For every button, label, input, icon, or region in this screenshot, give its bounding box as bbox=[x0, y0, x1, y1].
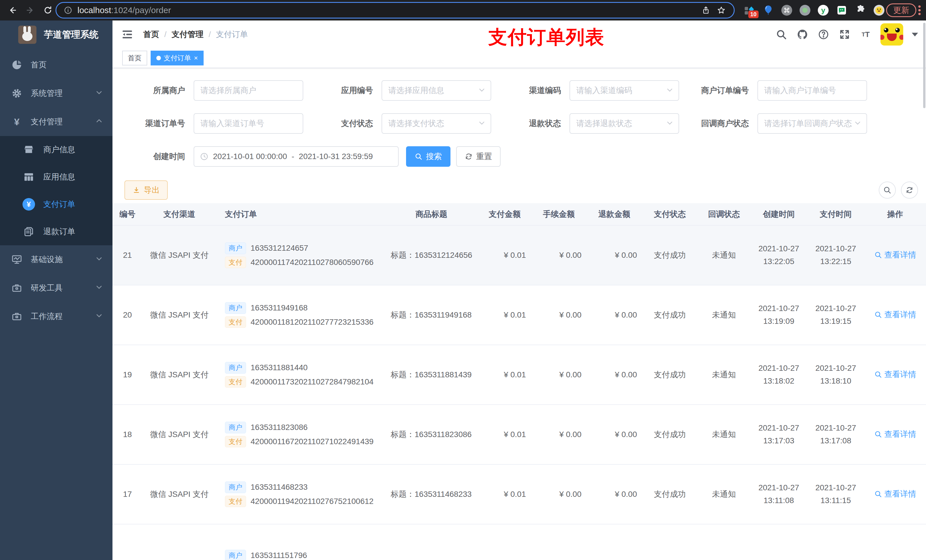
tab-home[interactable]: 首页 bbox=[122, 51, 147, 65]
notify-status-select[interactable] bbox=[757, 113, 867, 134]
table-refresh-icon[interactable] bbox=[901, 181, 918, 199]
cell-title: 标题：1635311468233 bbox=[384, 464, 478, 524]
yen-circle-icon: ¥ bbox=[22, 198, 35, 211]
avatar-caret-icon[interactable] bbox=[912, 33, 918, 36]
filter-label-notify-status: 回调商户状态 bbox=[679, 118, 757, 129]
view-detail-link[interactable]: 查看详情 bbox=[874, 369, 916, 380]
github-icon[interactable] bbox=[796, 28, 809, 41]
table-row[interactable]: 18 微信 JSAPI 支付 商户1635311823086 支付4200001… bbox=[112, 405, 926, 464]
browser-forward-icon[interactable] bbox=[25, 5, 35, 15]
filter-label-pay-status: 支付状态 bbox=[303, 118, 381, 129]
cell-action: 查看详情 bbox=[864, 345, 926, 405]
view-detail-link[interactable]: 查看详情 bbox=[874, 309, 916, 320]
sidebar-item-pay-order[interactable]: ¥ 支付订单 bbox=[0, 191, 112, 218]
browser-reload-icon[interactable] bbox=[43, 5, 53, 15]
sidebar-item-home[interactable]: 首页 bbox=[0, 51, 112, 79]
filter-label-channel-order-no: 渠道订单号 bbox=[115, 118, 194, 129]
search-button[interactable]: 搜索 bbox=[406, 146, 451, 167]
view-detail-link[interactable]: 查看详情 bbox=[874, 429, 916, 440]
site-info-icon[interactable] bbox=[64, 6, 72, 15]
extension-balloon-icon[interactable] bbox=[763, 5, 774, 16]
sidebar-toggle-icon[interactable] bbox=[121, 28, 133, 41]
export-button[interactable]: 导出 bbox=[124, 180, 168, 200]
url-bar[interactable]: localhost:1024/pay/order bbox=[56, 2, 735, 18]
extensions-puzzle-icon[interactable] bbox=[855, 5, 866, 16]
pay-status-select[interactable] bbox=[381, 113, 491, 134]
view-detail-link[interactable]: 查看详情 bbox=[874, 249, 916, 260]
sidebar-item-system[interactable]: 系统管理 bbox=[0, 79, 112, 107]
table-header-row: 编号 支付渠道 支付订单 商品标题 支付金额 手续金额 退款金额 支付状态 回调… bbox=[112, 203, 926, 225]
share-icon[interactable] bbox=[701, 5, 711, 15]
extension-command-icon[interactable] bbox=[781, 5, 792, 16]
pay-tag: 支付 bbox=[225, 316, 246, 328]
tab-close-icon[interactable]: × bbox=[194, 54, 198, 62]
cell-action: 查看详情 bbox=[864, 405, 926, 464]
table-row[interactable]: 20 微信 JSAPI 支付 商户1635311949168 支付4200001… bbox=[112, 285, 926, 345]
refund-status-select[interactable] bbox=[569, 113, 679, 134]
sidebar-item-dev-tools[interactable]: 研发工具 bbox=[0, 274, 112, 302]
table-row[interactable]: 21 微信 JSAPI 支付 商户1635312124657 支付4200001… bbox=[112, 225, 926, 285]
fullscreen-icon[interactable] bbox=[838, 28, 851, 41]
date-range-picker[interactable]: 2021-10-01 00:00:00 - 2021-10-31 23:59:5… bbox=[194, 146, 399, 167]
sidebar-item-workflow[interactable]: 工作流程 bbox=[0, 302, 112, 331]
view-detail-link[interactable]: 查看详情 bbox=[874, 489, 916, 500]
breadcrumb-home[interactable]: 首页 bbox=[143, 29, 159, 40]
channel-code-select[interactable] bbox=[569, 80, 679, 101]
grid-icon bbox=[22, 171, 35, 184]
extension-diamond-icon[interactable]: 10 bbox=[744, 5, 755, 16]
cell-status: 支付成功 bbox=[642, 345, 698, 405]
table-row[interactable]: 17 微信 JSAPI 支付 商户1635311468233 支付4200001… bbox=[112, 464, 926, 524]
extension-chat-icon[interactable] bbox=[836, 5, 847, 16]
toolbox-icon bbox=[10, 281, 23, 294]
page-scrollbar[interactable] bbox=[923, 23, 925, 108]
table-row-partial[interactable]: 商户1635311151796 bbox=[112, 524, 926, 560]
sidebar-item-merchant-info[interactable]: 商户信息 bbox=[0, 136, 112, 163]
browser-menu-icon[interactable]: ••• bbox=[917, 5, 921, 16]
merchant-input[interactable] bbox=[194, 80, 303, 101]
tab-pay-order[interactable]: 支付订单 × bbox=[151, 51, 204, 65]
browser-update-button[interactable]: 更新 bbox=[886, 3, 916, 17]
cell-id: 19 bbox=[112, 345, 142, 405]
cell-title: 标题：1635311949168 bbox=[384, 285, 478, 345]
navbar: 首页 / 支付管理 / 支付订单 支付订单列表 TT bbox=[112, 21, 926, 48]
app-select[interactable] bbox=[381, 80, 491, 101]
cell-id: 17 bbox=[112, 464, 142, 524]
extension-dot-icon[interactable] bbox=[800, 5, 810, 16]
cell-pay-order: 商户1635311949168 支付4200001181202110277723… bbox=[216, 285, 384, 345]
table-row[interactable]: 19 微信 JSAPI 支付 商户1635311881440 支付4200001… bbox=[112, 345, 926, 405]
chevron-down-icon bbox=[854, 119, 861, 128]
chevron-down-icon bbox=[666, 86, 673, 95]
chevron-down-icon bbox=[95, 312, 103, 321]
font-size-icon[interactable]: TT bbox=[859, 28, 872, 41]
cell-status: 支付成功 bbox=[642, 285, 698, 345]
cell-id: 21 bbox=[112, 225, 142, 285]
bookmark-star-icon[interactable] bbox=[716, 5, 726, 15]
profile-emoji-icon[interactable] bbox=[874, 5, 884, 16]
filter-label-merchant-order-no: 商户订单编号 bbox=[679, 85, 757, 96]
chevron-down-icon bbox=[478, 86, 486, 95]
table-search-toggle-icon[interactable] bbox=[879, 181, 896, 199]
app-logo[interactable]: 芋道管理系统 bbox=[0, 21, 112, 49]
extension-badge: 10 bbox=[748, 11, 758, 18]
sidebar-item-app-info[interactable]: 应用信息 bbox=[0, 163, 112, 191]
browser-back-icon[interactable] bbox=[8, 5, 18, 15]
cell-created: 2021-10-2713:11:08 bbox=[750, 464, 807, 524]
breadcrumb-payment[interactable]: 支付管理 bbox=[172, 29, 204, 40]
cell-status: 支付成功 bbox=[642, 405, 698, 464]
browser-chrome: localhost:1024/pay/order 10 y 更新 ••• bbox=[0, 0, 926, 21]
sidebar-item-infra[interactable]: 基础设施 bbox=[0, 245, 112, 274]
user-avatar[interactable] bbox=[881, 23, 903, 45]
reset-button[interactable]: 重置 bbox=[456, 146, 501, 167]
extension-y-icon[interactable]: y bbox=[818, 5, 829, 16]
sidebar-item-refund-order[interactable]: 退款订单 bbox=[0, 218, 112, 245]
logo-avatar bbox=[18, 26, 36, 44]
document-icon bbox=[22, 225, 35, 238]
channel-order-no-input[interactable] bbox=[194, 113, 303, 134]
header-search-icon[interactable] bbox=[775, 28, 788, 41]
breadcrumb-current: 支付订单 bbox=[216, 29, 248, 40]
sidebar-item-payment[interactable]: ¥ 支付管理 bbox=[0, 107, 112, 136]
tags-view: 首页 支付订单 × bbox=[112, 48, 926, 68]
chevron-down-icon bbox=[666, 119, 673, 128]
help-icon[interactable] bbox=[817, 28, 830, 41]
merchant-order-no-input[interactable] bbox=[757, 80, 867, 101]
